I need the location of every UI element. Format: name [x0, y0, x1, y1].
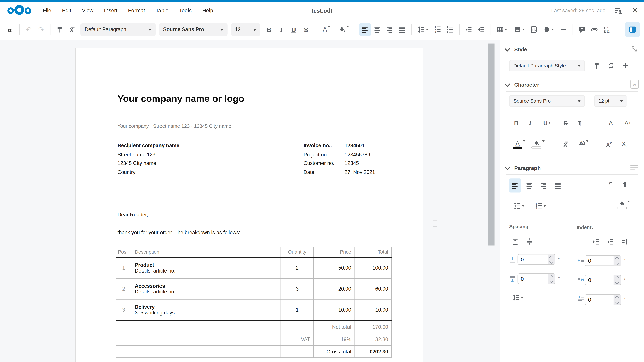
redo-button[interactable]: ↷ — [35, 23, 47, 36]
indent-before-input[interactable]: 0 — [585, 255, 621, 266]
insert-special-character-button[interactable]: T♪ &% — [600, 23, 613, 36]
sidebar-decrease-indent-button[interactable] — [604, 236, 616, 248]
sidebar-align-right-button[interactable] — [538, 178, 550, 192]
menu-format[interactable]: Format — [128, 7, 145, 13]
character-spacing-button[interactable]: VA ↔ — [575, 138, 593, 150]
menu-help[interactable]: Help — [202, 7, 213, 13]
sidebar-line-spacing-button[interactable] — [509, 292, 527, 304]
shrink-font-button[interactable]: A↓ — [618, 117, 636, 129]
clear-formatting-button[interactable] — [66, 23, 78, 36]
sidebar-font-color-button[interactable]: A — [510, 138, 528, 150]
insert-table-button[interactable] — [493, 23, 510, 36]
sidebar-bullet-list-button[interactable] — [510, 200, 528, 212]
first-line-indent-input[interactable]: 0 — [585, 294, 621, 305]
font-size-dropdown[interactable]: 12 — [231, 23, 260, 36]
align-left-button[interactable] — [359, 23, 371, 36]
align-center-button[interactable] — [371, 23, 384, 36]
sidebar-strikethrough-button[interactable]: S — [560, 117, 572, 129]
menu-insert[interactable]: Insert — [104, 7, 118, 13]
sidebar-toggle-button[interactable] — [625, 22, 640, 37]
table-row: 3 Delivery 3–5 working days 1 10.00 10.0… — [116, 300, 392, 321]
spinner-buttons[interactable] — [614, 275, 621, 285]
rtl-icon: ¶← — [623, 181, 626, 190]
spacing-below-input[interactable]: 0 — [518, 273, 555, 284]
sidebar-increase-indent-button[interactable] — [590, 236, 602, 248]
increase-paragraph-spacing-button[interactable] — [509, 236, 521, 248]
insert-chart-button[interactable] — [528, 23, 540, 36]
indent-after-input[interactable]: 0 — [585, 275, 621, 285]
sidebar: Style Default Paragraph Style — [500, 40, 644, 362]
sidebar-clear-formatting-button[interactable] — [560, 138, 572, 150]
menu-file[interactable]: File — [43, 7, 51, 13]
pop-out-icon[interactable] — [631, 45, 638, 53]
paragraph-section-header[interactable]: Paragraph — [506, 163, 638, 173]
style-section-header[interactable]: Style — [506, 44, 638, 54]
sidebar-underline-button[interactable]: U — [538, 117, 556, 129]
character-section-header[interactable]: Character — [506, 80, 638, 89]
spinner-buttons[interactable] — [548, 274, 555, 284]
sidebar-align-left-button[interactable] — [509, 178, 521, 192]
spinner-buttons[interactable] — [548, 254, 555, 264]
sidebar-shadow-button[interactable]: T — [574, 117, 586, 129]
paragraph-rtl-button[interactable]: ¶← — [618, 178, 631, 192]
superscript-button[interactable]: X2 — [603, 138, 615, 150]
line-spacing-button[interactable] — [414, 23, 432, 36]
italic-button[interactable]: I — [275, 23, 288, 36]
align-justify-button[interactable] — [396, 23, 408, 36]
sidebar-numbered-list-button[interactable]: 1 2 3 — [532, 200, 550, 212]
paragraph-style-dropdown[interactable]: Default Paragraph ... — [80, 23, 156, 36]
insert-comment-button[interactable] — [576, 23, 588, 36]
decrease-paragraph-spacing-button[interactable] — [524, 236, 536, 248]
decrease-indent-button[interactable] — [475, 23, 487, 36]
sidebar-align-justify-button[interactable] — [552, 178, 564, 192]
insert-hyperlink-button[interactable] — [588, 23, 600, 36]
document-page[interactable]: Your company name or logo Your company ·… — [75, 48, 424, 362]
sidebar-font-size-dropdown[interactable]: 12 pt — [594, 95, 627, 107]
sidebar-highlight-color-button[interactable] — [529, 138, 547, 150]
menu-tools[interactable]: Tools — [179, 7, 192, 13]
clone-formatting-button[interactable] — [53, 23, 66, 36]
sidebar-bold-button[interactable]: B — [510, 117, 522, 129]
sidebar-font-name-dropdown[interactable]: Source Sans Pro — [509, 95, 585, 107]
spinner-buttons[interactable] — [614, 295, 621, 305]
paragraph-dialog-icon[interactable] — [630, 164, 638, 172]
character-dialog-icon[interactable]: A — [630, 80, 639, 89]
menu-table[interactable]: Table — [156, 7, 168, 13]
paragraph-background-color-button[interactable] — [614, 199, 632, 211]
update-style-button[interactable] — [591, 59, 603, 72]
new-style-button[interactable] — [619, 59, 632, 72]
nextcloud-logo-icon[interactable] — [6, 3, 33, 17]
insert-shape-button[interactable] — [540, 23, 557, 36]
ordered-list-button[interactable]: 1 2 3 — [432, 23, 444, 36]
chevron-down-icon — [328, 26, 330, 27]
strikethrough-button[interactable]: S — [300, 23, 312, 36]
close-icon[interactable]: ✕ — [632, 6, 638, 14]
sidebar-align-center-button[interactable] — [523, 178, 536, 192]
underline-button[interactable]: U — [288, 23, 300, 36]
insert-image-button[interactable] — [510, 23, 528, 36]
spacing-above-input[interactable]: 0 — [518, 254, 555, 265]
grow-font-button[interactable]: A↑ — [603, 117, 621, 129]
paragraph-ltr-button[interactable]: ¶→ — [604, 178, 616, 192]
vertical-scrollbar[interactable] — [488, 43, 494, 246]
style-preset-dropdown[interactable]: Default Paragraph Style — [509, 60, 585, 71]
collapse-toolbar-button[interactable]: « — [4, 23, 16, 36]
unordered-list-button[interactable] — [444, 23, 456, 36]
highlight-color-button[interactable] — [335, 23, 353, 36]
bold-button[interactable]: B — [263, 23, 275, 36]
align-right-button[interactable] — [384, 23, 396, 36]
subscript-button[interactable]: X2 — [618, 138, 631, 150]
vat-rate: 19% — [314, 333, 355, 345]
menu-view[interactable]: View — [82, 7, 93, 13]
font-name-dropdown[interactable]: Source Sans Pro — [159, 23, 228, 36]
font-color-button[interactable]: A — [318, 23, 335, 36]
refresh-style-button[interactable] — [605, 59, 617, 72]
user-list-icon[interactable] — [614, 6, 623, 14]
undo-button[interactable]: ↶ — [23, 23, 35, 36]
sidebar-italic-button[interactable]: I — [524, 117, 536, 129]
spinner-buttons[interactable] — [614, 256, 621, 266]
insert-horizontal-line-button[interactable] — [557, 23, 570, 36]
hanging-indent-button[interactable] — [618, 236, 631, 248]
increase-indent-button[interactable] — [462, 23, 475, 36]
menu-edit[interactable]: Edit — [62, 7, 71, 13]
